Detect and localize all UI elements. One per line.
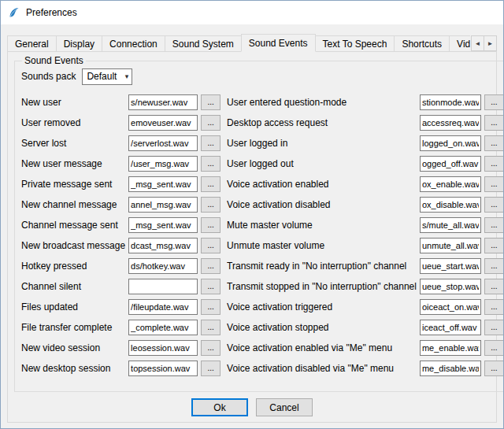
tab-sound-system[interactable]: Sound System [165, 35, 242, 52]
sound-event-label: New user [21, 97, 125, 108]
sound-event-row: Desktop access request... [227, 115, 504, 131]
browse-button[interactable]: ... [201, 279, 220, 294]
browse-button[interactable]: ... [484, 238, 504, 253]
sound-event-label: User logged in [227, 138, 417, 149]
sound-event-row: Voice activation disabled... [227, 197, 504, 213]
sound-file-input[interactable] [420, 135, 481, 151]
sound-file-input[interactable] [128, 94, 198, 110]
sound-event-row: New user message... [21, 156, 220, 172]
sound-file-input[interactable] [128, 135, 198, 151]
browse-button[interactable]: ... [484, 320, 504, 335]
browse-button[interactable]: ... [201, 320, 220, 335]
tab-sound-events[interactable]: Sound Events [241, 34, 316, 52]
browse-button[interactable]: ... [484, 340, 504, 356]
sound-events-columns: New user...User removed...Server lost...… [21, 94, 504, 381]
sound-file-input[interactable] [128, 115, 198, 131]
sound-file-input[interactable] [128, 258, 198, 274]
sound-file-input[interactable] [128, 197, 198, 213]
tab-text-to-speech[interactable]: Text To Speech [315, 35, 395, 52]
browse-button[interactable]: ... [201, 197, 220, 213]
browse-button[interactable]: ... [484, 176, 504, 192]
sound-file-input[interactable] [128, 320, 198, 335]
tab-strip: GeneralDisplayConnectionSound SystemSoun… [7, 34, 497, 52]
browse-button[interactable]: ... [201, 340, 220, 356]
tab-display[interactable]: Display [56, 35, 102, 52]
sound-event-row: Voice activation enabled... [227, 176, 504, 192]
sound-event-label: Unmute master volume [227, 240, 417, 251]
sound-event-label: Transmit ready in "No interruption" chan… [227, 261, 417, 272]
tab-shortcuts[interactable]: Shortcuts [394, 35, 450, 52]
sound-event-row: Private message sent... [21, 176, 220, 192]
sound-file-input[interactable] [128, 156, 198, 172]
tab-connection[interactable]: Connection [102, 35, 165, 52]
sound-file-input[interactable] [420, 258, 481, 274]
sound-file-input[interactable] [128, 279, 198, 294]
sound-file-input[interactable] [420, 238, 481, 253]
sound-event-label: New channel message [21, 199, 125, 210]
sound-file-input[interactable] [420, 156, 481, 172]
sound-event-row: New channel message... [21, 197, 220, 213]
sound-event-label: User entered question-mode [227, 97, 417, 108]
sound-event-row: Hotkey pressed... [21, 258, 220, 274]
browse-button[interactable]: ... [201, 299, 220, 315]
cancel-button[interactable]: Cancel [256, 398, 313, 416]
browse-button[interactable]: ... [484, 217, 504, 233]
sound-file-input[interactable] [420, 197, 481, 213]
sound-file-input[interactable] [420, 361, 481, 376]
sound-file-input[interactable] [128, 299, 198, 315]
browse-button[interactable]: ... [484, 361, 504, 376]
browse-button[interactable]: ... [201, 135, 220, 151]
sound-file-input[interactable] [420, 115, 481, 131]
sound-event-label: New desktop session [21, 363, 125, 374]
sound-file-input[interactable] [128, 238, 198, 253]
sound-events-group: Sound Events Sounds pack Default ▾ New u… [14, 55, 504, 392]
browse-button[interactable]: ... [484, 197, 504, 213]
sound-event-label: Voice activation enabled [227, 179, 417, 190]
sound-event-row: Channel message sent... [21, 217, 220, 233]
browse-button[interactable]: ... [484, 279, 504, 294]
sound-file-input[interactable] [420, 279, 481, 294]
browse-button[interactable]: ... [201, 361, 220, 376]
browse-button[interactable]: ... [484, 115, 504, 131]
sounds-pack-select[interactable]: Default ▾ [82, 68, 132, 85]
tab-scroll-control: ◄ ► [471, 35, 497, 51]
sound-event-label: Channel silent [21, 281, 125, 292]
sound-event-label: User removed [21, 117, 125, 128]
sound-file-input[interactable] [420, 217, 481, 233]
sound-file-input[interactable] [420, 320, 481, 335]
sound-event-row: Channel silent... [21, 279, 220, 294]
browse-button[interactable]: ... [484, 258, 504, 274]
browse-button[interactable]: ... [484, 299, 504, 315]
sound-file-input[interactable] [420, 94, 481, 110]
sound-event-label: New user message [21, 158, 125, 169]
sound-file-input[interactable] [420, 299, 481, 315]
browse-button[interactable]: ... [201, 156, 220, 172]
browse-button[interactable]: ... [484, 156, 504, 172]
sound-file-input[interactable] [420, 176, 481, 192]
browse-button[interactable]: ... [201, 176, 220, 192]
sound-event-label: Voice activation disabled via "Me" menu [227, 363, 417, 374]
browse-button[interactable]: ... [201, 258, 220, 274]
sound-event-label: Server lost [21, 138, 125, 149]
browse-button[interactable]: ... [201, 115, 220, 131]
tab-video[interactable]: Video [449, 35, 470, 52]
sound-event-label: Private message sent [21, 179, 125, 190]
tab-general[interactable]: General [7, 35, 57, 52]
tab-scroll-right-button[interactable]: ► [484, 35, 497, 51]
ok-button[interactable]: Ok [191, 398, 248, 416]
browse-button[interactable]: ... [484, 135, 504, 151]
sound-file-input[interactable] [128, 340, 198, 356]
browse-button[interactable]: ... [484, 94, 504, 110]
arrow-right-icon: ► [487, 40, 494, 47]
window-title: Preferences [26, 7, 77, 18]
sound-file-input[interactable] [420, 340, 481, 356]
sound-file-input[interactable] [128, 176, 198, 192]
sound-file-input[interactable] [128, 361, 198, 376]
sound-file-input[interactable] [128, 217, 198, 233]
sound-event-label: Voice activation disabled [227, 199, 417, 210]
browse-button[interactable]: ... [201, 217, 220, 233]
browse-button[interactable]: ... [201, 238, 220, 253]
tab-scroll-left-button[interactable]: ◄ [471, 35, 484, 51]
browse-button[interactable]: ... [201, 94, 220, 110]
titlebar: Preferences [1, 1, 503, 24]
